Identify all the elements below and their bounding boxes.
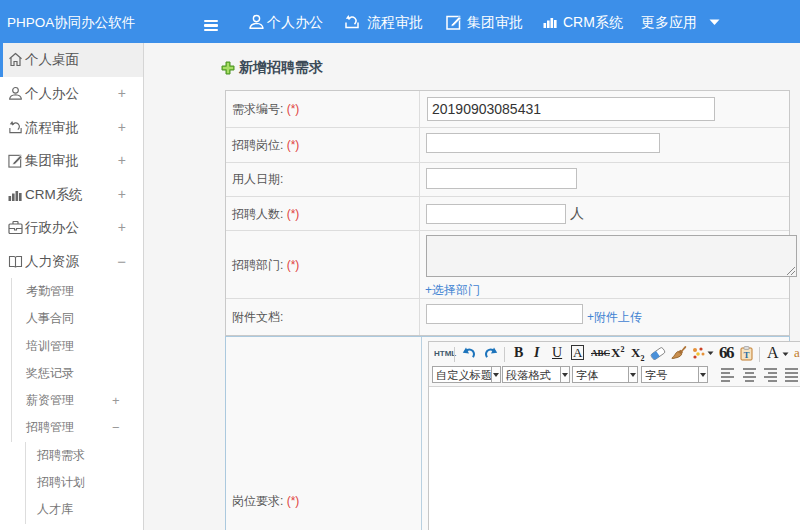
svg-text:T: T	[743, 350, 749, 360]
